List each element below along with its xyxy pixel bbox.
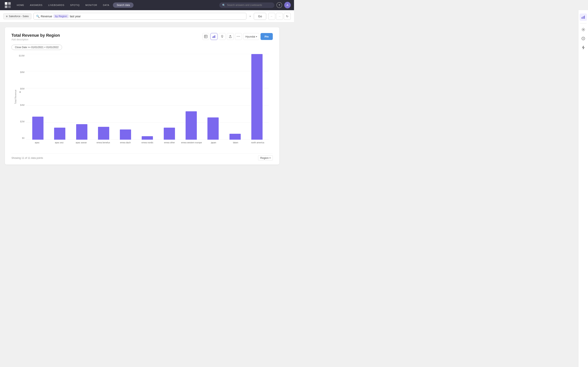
search-icon: 🔍 [222,4,225,7]
x-label-emea-other: emea other [158,141,181,144]
x-label-north-america: north america [247,141,269,144]
x-label-apac-anz: apac anz [48,141,70,144]
more-options-button[interactable]: ··· [235,33,242,40]
bar-group-emea-benelux[interactable] [93,54,114,140]
svg-point-11 [221,35,223,37]
search-area: ≡ Salesforce - Sales 🔍 Revenue by Region… [0,10,294,22]
svg-rect-0 [5,2,8,5]
svg-rect-9 [214,36,214,38]
x-label-emea-western-europe: emea western europe [181,141,203,144]
bars-and-grid [26,54,269,140]
nav-data[interactable]: DATA [100,0,112,10]
chart-title: Total Revenue by Region [11,33,60,38]
search-clear-button[interactable]: × [249,14,252,19]
global-search-input[interactable] [227,4,272,7]
pin-button[interactable]: Pin [260,33,273,40]
bar-emea-nordic[interactable] [142,136,153,140]
svg-rect-10 [215,35,215,38]
y-tick-1: $2M [17,120,26,123]
dimension-dropdown[interactable]: Region ▾ [258,155,273,160]
account-dropdown[interactable]: Hyundai ▾ [243,33,259,40]
chart-description[interactable]: Add description [11,38,60,41]
bar-group-emea-other[interactable] [158,54,180,140]
search-input-icon: 🔍 [36,15,40,18]
svg-rect-4 [204,35,207,38]
insight-button[interactable] [219,33,226,40]
global-search-bar[interactable]: 🔍 [219,2,274,8]
chevron-down-icon: ▾ [256,35,257,38]
chart-footer: Showing 11 of 11 data points Region ▾ [11,154,273,160]
bar-emea-other[interactable] [164,128,175,140]
bar-group-japan[interactable] [202,54,224,140]
bar-north-america[interactable] [251,54,263,140]
search-refresh-button[interactable]: ↻ [284,13,291,20]
account-label: Hyundai [245,35,255,38]
y-axis-label: Total Revenue [14,90,17,104]
nav-answers[interactable]: ANSWERS [27,0,45,10]
y-tick-0: $0 [17,137,26,139]
filter-chip[interactable]: Close Date >= 01/01/2021 < 01/01/2022 [11,45,62,50]
search-go-button[interactable]: Go [254,13,266,20]
bar-group-apac-asean[interactable] [71,54,93,140]
bar-group-north-america[interactable] [246,54,268,140]
nav-home[interactable]: HOME [14,0,27,10]
svg-rect-8 [213,36,213,38]
y-tick-4: $8M [17,71,26,73]
bar-apac-asean[interactable] [76,124,87,140]
search-input[interactable] [82,15,244,18]
search-token-revenue: Revenue [41,15,52,18]
svg-rect-3 [8,6,11,8]
bar-latam[interactable] [229,134,241,140]
bar-group-latam[interactable] [224,54,246,140]
share-button[interactable] [227,33,234,40]
showing-text: Showing 11 of 11 data points [11,157,43,159]
x-label-apac-asean: apac asean [70,141,92,144]
nav-spotiq[interactable]: SPOTIQ [67,0,82,10]
chart-view-button[interactable] [210,33,217,40]
nav-links: HOME ANSWERS LIVEBOARDS SPOTIQ MONITOR D… [14,0,219,10]
nav-liveboards[interactable]: LIVEBOARDS [45,0,67,10]
bar-emea-dach[interactable] [120,129,131,140]
bar-group-apac-anz[interactable] [49,54,71,140]
bar-apac-anz[interactable] [54,128,65,140]
x-label-apac: apac [26,141,48,144]
chevron-down-icon: ▾ [269,157,270,159]
x-label-emea-benelux: emea benelux [92,141,114,144]
chart-area: Total Revenue ▶ $0 $2M $4M $6M $8M $10M [11,54,273,152]
bar-group-emea-dach[interactable] [114,54,136,140]
search-back-button[interactable]: ← [268,13,275,20]
y-tick-5: $10M [17,54,26,57]
datasource-label: Salesforce - Sales [9,15,29,18]
bar-group-apac[interactable] [27,54,49,140]
datasource-icon: ≡ [6,15,8,18]
y-tick-2: $4M [17,104,26,106]
bar-group-emea-nordic[interactable] [136,54,158,140]
help-button[interactable]: ? [277,2,282,8]
search-token-region: by Region [53,14,69,18]
bar-japan[interactable] [208,117,219,140]
logo[interactable] [3,1,12,9]
chart-toolbar: ··· Hyundai ▾ Pin [202,33,273,40]
table-view-button[interactable] [202,33,209,40]
nav-monitor[interactable]: MONITOR [82,0,100,10]
x-labels-container: apacapac anzapac aseanemea beneluxemea d… [26,140,269,152]
svg-rect-2 [5,6,8,8]
search-data-button[interactable]: Search data [113,2,134,8]
chart-header: Total Revenue by Region Add description [11,33,273,41]
search-input-wrapper[interactable]: 🔍 Revenue by Region last year [34,13,247,20]
search-token-lastyear: last year [70,15,81,18]
bar-group-emea-western-europe[interactable] [180,54,202,140]
bar-emea-benelux[interactable] [98,127,109,140]
main-content: Total Revenue by Region Add description [0,22,294,169]
topnav-right: 🔍 ? A [219,2,291,8]
chart-card: Total Revenue by Region Add description [5,27,279,165]
x-label-emea-nordic: emea nordic [136,141,158,144]
x-label-japan: japan [203,141,225,144]
search-forward-button[interactable]: → [276,13,283,20]
chart-title-area: Total Revenue by Region Add description [11,33,60,41]
avatar[interactable]: A [284,2,291,8]
bar-emea-western-europe[interactable] [186,111,197,140]
top-navigation: HOME ANSWERS LIVEBOARDS SPOTIQ MONITOR D… [0,0,294,10]
bar-apac[interactable] [32,117,43,140]
datasource-badge[interactable]: ≡ Salesforce - Sales [3,13,31,19]
